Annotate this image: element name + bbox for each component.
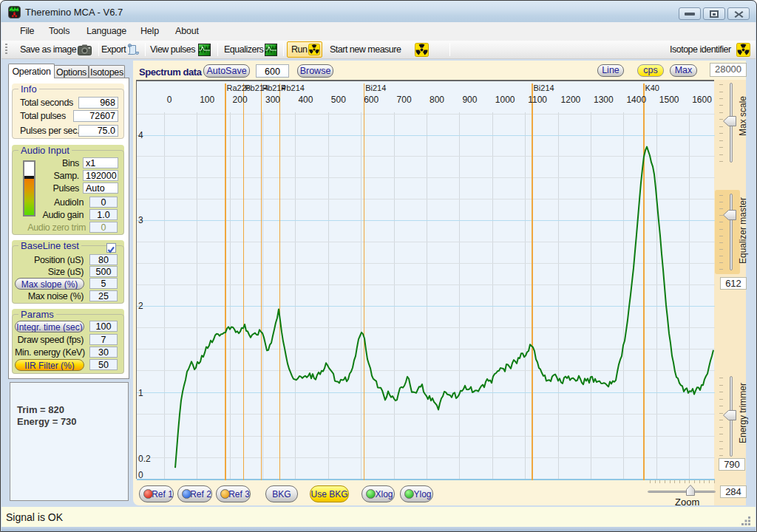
svg-text:600: 600 bbox=[364, 95, 378, 105]
svg-text:400: 400 bbox=[298, 95, 313, 105]
svg-text:0.2: 0.2 bbox=[138, 454, 151, 464]
svg-text:Pb214: Pb214 bbox=[281, 83, 305, 92]
svg-text:3: 3 bbox=[138, 215, 143, 225]
svg-text:100: 100 bbox=[200, 95, 214, 105]
svg-text:0: 0 bbox=[138, 470, 143, 480]
svg-text:1400: 1400 bbox=[626, 95, 646, 105]
svg-text:200: 200 bbox=[233, 95, 248, 105]
svg-text:Bi214: Bi214 bbox=[534, 83, 554, 92]
svg-text:700: 700 bbox=[397, 95, 412, 105]
svg-text:900: 900 bbox=[462, 95, 477, 105]
svg-text:2: 2 bbox=[138, 301, 143, 311]
svg-text:1300: 1300 bbox=[594, 95, 614, 105]
svg-text:800: 800 bbox=[430, 95, 444, 105]
svg-text:1200: 1200 bbox=[561, 95, 581, 105]
svg-text:500: 500 bbox=[331, 95, 346, 105]
svg-text:K40: K40 bbox=[645, 83, 659, 92]
svg-text:1100: 1100 bbox=[528, 95, 547, 105]
svg-text:300: 300 bbox=[265, 95, 280, 105]
svg-text:0: 0 bbox=[167, 95, 172, 105]
svg-text:1600: 1600 bbox=[692, 95, 712, 105]
svg-text:1500: 1500 bbox=[659, 95, 679, 105]
svg-text:4: 4 bbox=[138, 130, 143, 140]
svg-text:Bi214: Bi214 bbox=[365, 83, 386, 92]
svg-text:1: 1 bbox=[138, 388, 143, 398]
svg-text:1000: 1000 bbox=[495, 95, 515, 105]
